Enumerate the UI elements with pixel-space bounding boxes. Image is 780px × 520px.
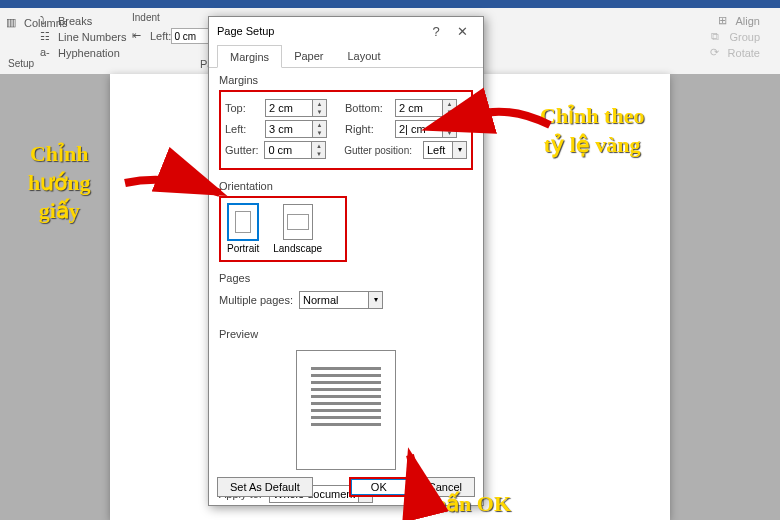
setup-group-label: Setup — [8, 58, 34, 69]
tab-paper[interactable]: Paper — [282, 45, 335, 67]
hyphenation-label: Hyphenation — [58, 47, 120, 59]
rotate-label: Rotate — [728, 47, 760, 59]
gutter-spinner[interactable]: ▲▼ — [264, 141, 326, 159]
gutter-updown[interactable]: ▲▼ — [312, 141, 326, 159]
top-updown[interactable]: ▲▼ — [313, 99, 327, 117]
line-numbers-icon: ☷ — [40, 30, 54, 44]
annotation-left: Chỉnh hướng giấy — [28, 140, 90, 226]
portrait-label: Portrait — [227, 243, 259, 254]
group-label: Group — [729, 31, 760, 43]
right-updown[interactable]: ▲▼ — [443, 120, 457, 138]
pages-label: Pages — [219, 270, 473, 288]
left-label: Left: — [225, 123, 265, 135]
right-spinner[interactable]: ▲▼ — [395, 120, 457, 138]
left-spinner[interactable]: ▲▼ — [265, 120, 327, 138]
rotate-icon: ⟳ — [710, 46, 724, 60]
dialog-tabs: Margins Paper Layout — [209, 45, 483, 68]
preview-box — [296, 350, 396, 470]
tab-layout[interactable]: Layout — [335, 45, 392, 67]
bottom-label: Bottom: — [345, 102, 395, 114]
help-button[interactable]: ? — [423, 24, 449, 39]
line-numbers-button[interactable]: ☷ Line Numbers — [40, 30, 126, 44]
landscape-label: Landscape — [273, 243, 322, 254]
hyphenation-icon: a- — [40, 46, 54, 60]
bottom-updown[interactable]: ▲▼ — [443, 99, 457, 117]
dialog-title-text: Page Setup — [217, 25, 423, 37]
multiple-pages-dd[interactable]: ▾ — [369, 291, 383, 309]
set-as-default-button[interactable]: Set As Default — [217, 477, 313, 497]
indent-left-input[interactable] — [171, 28, 211, 44]
left-input[interactable] — [265, 120, 313, 138]
orientation-highlight-box: Portrait Landscape — [219, 196, 347, 262]
rotate-button: ⟳ Rotate — [710, 46, 760, 60]
align-button: ⊞ Align — [718, 14, 760, 28]
arrow-left — [120, 168, 230, 222]
gutter-pos-input[interactable] — [423, 141, 453, 159]
gutter-pos-dd[interactable]: ▾ — [453, 141, 467, 159]
group-icon: ⧉ — [711, 30, 725, 44]
tab-margins[interactable]: Margins — [217, 45, 282, 68]
dialog-titlebar: Page Setup ? ✕ — [209, 17, 483, 45]
breaks-button[interactable]: ⤵ Breaks — [40, 14, 92, 28]
line-numbers-label: Line Numbers — [58, 31, 126, 43]
arrow-bottom — [400, 450, 440, 504]
multiple-pages-input[interactable] — [299, 291, 369, 309]
indent-left[interactable]: ⇤ Left: — [132, 28, 211, 44]
bottom-input[interactable] — [395, 99, 443, 117]
hyphenation-button[interactable]: a- Hyphenation — [40, 46, 120, 60]
multiple-pages-select[interactable]: ▾ — [299, 291, 383, 309]
breaks-label: Breaks — [58, 15, 92, 27]
breaks-icon: ⤵ — [40, 14, 54, 28]
landscape-option[interactable]: Landscape — [273, 204, 322, 254]
columns-icon: ▥ — [6, 16, 20, 30]
ribbon-top-bar — [0, 0, 780, 8]
indent-left-label: Left: — [150, 30, 171, 42]
preview-label: Preview — [219, 326, 473, 344]
landscape-icon — [283, 204, 313, 240]
left-updown[interactable]: ▲▼ — [313, 120, 327, 138]
multiple-pages-label: Multiple pages: — [219, 294, 299, 306]
align-icon: ⊞ — [718, 14, 732, 28]
top-input[interactable] — [265, 99, 313, 117]
margins-section-label: Margins — [219, 72, 473, 90]
portrait-option[interactable]: Portrait — [227, 204, 259, 254]
group-button: ⧉ Group — [711, 30, 760, 44]
align-label: Align — [736, 15, 760, 27]
margins-highlight-box: Top: ▲▼ Bottom: ▲▼ Left: ▲▼ Right: ▲▼ Gu… — [219, 90, 473, 170]
page-setup-dialog: Page Setup ? ✕ Margins Paper Layout Marg… — [208, 16, 484, 506]
indent-left-icon: ⇤ — [132, 29, 146, 43]
gutter-pos-label: Gutter position: — [344, 145, 423, 156]
top-spinner[interactable]: ▲▼ — [265, 99, 327, 117]
close-button[interactable]: ✕ — [449, 24, 475, 39]
portrait-icon — [228, 204, 258, 240]
indent-label: Indent — [132, 12, 160, 23]
gutter-input[interactable] — [264, 141, 312, 159]
top-label: Top: — [225, 102, 265, 114]
gutter-label: Gutter: — [225, 144, 264, 156]
gutter-pos-select[interactable]: ▾ — [423, 141, 467, 159]
bottom-spinner[interactable]: ▲▼ — [395, 99, 457, 117]
orientation-label: Orientation — [219, 178, 473, 196]
right-label: Right: — [345, 123, 395, 135]
right-input[interactable] — [395, 120, 443, 138]
arrow-right — [470, 100, 560, 144]
